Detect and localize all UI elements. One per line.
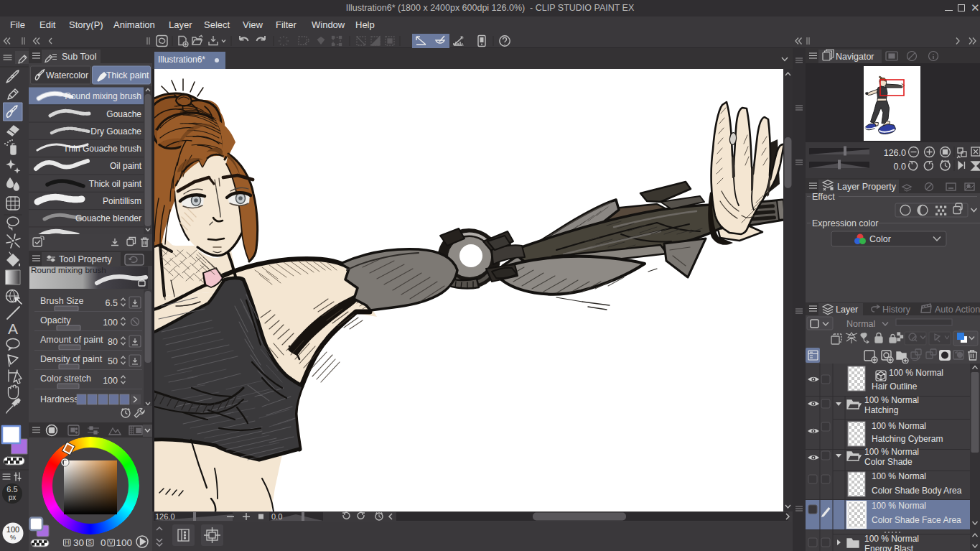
svg-text:Navigator: Navigator	[836, 52, 874, 62]
svg-text:Round mixing brush: Round mixing brush	[65, 91, 141, 101]
svg-text:Hatching: Hatching	[864, 405, 898, 415]
svg-text:100 % Normal: 100 % Normal	[872, 501, 926, 511]
svg-text:100 % Normal: 100 % Normal	[864, 447, 919, 457]
svg-text:0.0: 0.0	[271, 512, 282, 521]
svg-text:126.0: 126.0	[155, 512, 175, 521]
svg-text:100: 100	[6, 525, 19, 534]
svg-text:Color Shade: Color Shade	[864, 457, 913, 467]
svg-text:50: 50	[108, 356, 118, 366]
svg-text:Thick paint: Thick paint	[106, 70, 149, 80]
svg-text:Amount of paint: Amount of paint	[40, 335, 103, 345]
svg-text:6.5: 6.5	[106, 298, 118, 308]
svg-text:Layer Property: Layer Property	[837, 182, 897, 192]
svg-text:Gouache blender: Gouache blender	[75, 213, 141, 223]
svg-text:Layer: Layer	[836, 305, 858, 315]
svg-text:V: V	[109, 539, 113, 546]
svg-text:H: H	[65, 539, 69, 546]
svg-text:100: 100	[116, 537, 133, 548]
svg-text:100 % Normal: 100 % Normal	[864, 534, 919, 544]
svg-text:Gouache: Gouache	[106, 109, 141, 119]
svg-text:Color Shade Body Area: Color Shade Body Area	[872, 486, 962, 496]
svg-text:%: %	[10, 534, 16, 541]
svg-text:0.0: 0.0	[894, 162, 906, 172]
svg-text:6.5: 6.5	[6, 485, 17, 494]
svg-text:100: 100	[103, 318, 118, 328]
svg-text:Pointillism: Pointillism	[103, 196, 141, 206]
svg-text:Round mixing brush: Round mixing brush	[31, 265, 106, 275]
svg-text:Auto Action: Auto Action	[935, 305, 980, 315]
svg-text:S: S	[88, 539, 92, 546]
svg-text:Watercolor: Watercolor	[46, 70, 88, 80]
svg-text:Color: Color	[869, 234, 891, 244]
svg-text:100 % Normal: 100 % Normal	[872, 421, 926, 431]
svg-text:Color Shade Face Area: Color Shade Face Area	[872, 515, 961, 525]
svg-text:Brush Size: Brush Size	[40, 296, 83, 306]
svg-text:Color stretch: Color stretch	[40, 374, 91, 384]
svg-text:0: 0	[101, 537, 106, 548]
svg-text:Tool Property: Tool Property	[59, 254, 112, 264]
svg-text:Hair Outline: Hair Outline	[872, 381, 918, 392]
svg-text:100: 100	[103, 376, 118, 386]
svg-text:Opacity: Opacity	[40, 315, 71, 325]
svg-text:Hatching Cyberam: Hatching Cyberam	[872, 434, 943, 444]
svg-text:100 % Normal: 100 % Normal	[889, 368, 943, 378]
svg-text:Density of paint: Density of paint	[40, 354, 103, 364]
svg-text:Effect: Effect	[812, 192, 835, 202]
svg-text:126.0: 126.0	[884, 148, 906, 158]
svg-text:Hardness: Hardness	[40, 394, 79, 404]
svg-text:Oil paint: Oil paint	[110, 161, 142, 171]
svg-text:Expression color: Expression color	[812, 218, 878, 228]
svg-text:Sub Tool: Sub Tool	[62, 52, 96, 62]
svg-text:Thin Gouache brush: Thin Gouache brush	[63, 144, 141, 154]
svg-text:100 % Normal: 100 % Normal	[864, 395, 919, 405]
svg-text:History: History	[882, 305, 911, 315]
svg-text:Energy Blast: Energy Blast	[864, 544, 914, 551]
svg-text:A: A	[8, 320, 18, 337]
svg-text:Thick oil paint: Thick oil paint	[89, 179, 142, 189]
svg-text:100 % Normal: 100 % Normal	[872, 471, 926, 481]
svg-text:Normal: Normal	[846, 319, 875, 329]
svg-text:px: px	[9, 494, 17, 501]
svg-text:80: 80	[108, 337, 118, 347]
svg-text:Dry Gouache: Dry Gouache	[90, 126, 141, 136]
svg-text:30: 30	[73, 537, 84, 548]
